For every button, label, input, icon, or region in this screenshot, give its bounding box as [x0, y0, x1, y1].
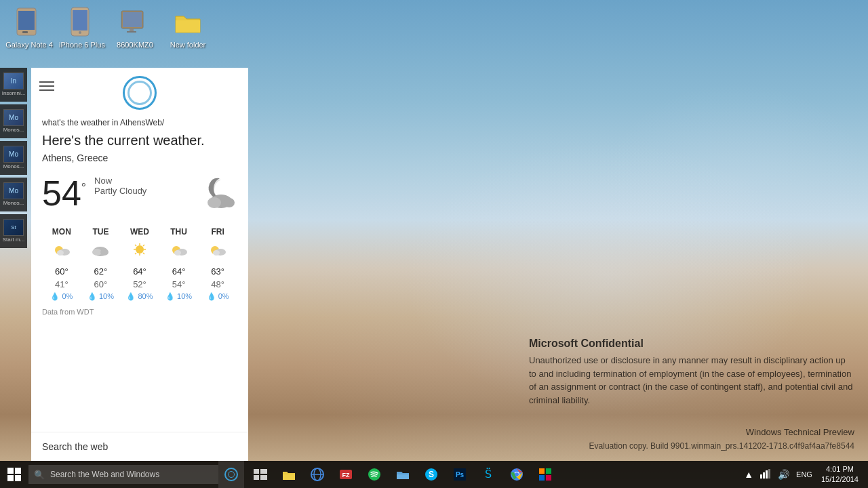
taskbar-app-photoshop[interactable]: Ps — [446, 461, 473, 488]
confidential-title: Microsoft Confidential — [529, 338, 854, 350]
svg-text:Ps: Ps — [456, 471, 465, 479]
sidebar-item-monos1[interactable]: Mo Monos... — [0, 104, 27, 138]
cortana-taskbar-button[interactable] — [218, 461, 244, 488]
win-logo-q1 — [7, 468, 14, 474]
current-temp-value: 54 — [42, 176, 81, 211]
cortana-circle-icon — [123, 76, 157, 110]
forecast-icons-row — [42, 241, 237, 265]
svg-line-27 — [135, 253, 136, 254]
forecast-day-high: 64° — [159, 265, 199, 278]
svg-rect-54 — [539, 475, 545, 481]
current-weather-icon — [194, 171, 237, 215]
taskbar-app-skydrive[interactable]: S̈ — [475, 461, 502, 488]
weather-icon — [42, 242, 81, 261]
rain-drop-icon: 💧 — [50, 292, 60, 300]
taskbar-app-file-explorer[interactable] — [275, 461, 302, 488]
svg-line-26 — [143, 245, 144, 246]
svg-rect-37 — [260, 475, 267, 480]
desktop-icon-iphone6plus[interactable]: iPhone 6 Plus — [58, 5, 106, 49]
hamburger-line-1 — [39, 81, 54, 83]
svg-rect-8 — [130, 28, 134, 31]
desktop-icon-8600kmzo[interactable]: 8600KMZ0 — [111, 5, 159, 49]
desktop-icons-area: Galaxy Note 4 iPhone 6 Plus — [0, 0, 217, 55]
current-condition-text: Partly Cloudy — [94, 186, 146, 196]
svg-rect-2 — [22, 31, 28, 33]
forecast-day-low: 48° — [198, 278, 237, 291]
search-icon: 🔍 — [28, 470, 45, 480]
forecast-day-low: 41° — [42, 278, 81, 291]
win-logo-q4 — [15, 475, 21, 481]
forecast-day-precip: 💧 10% — [81, 291, 121, 302]
forecast-day-high: 64° — [120, 265, 159, 278]
tray-up-arrow[interactable]: ▲ — [742, 468, 755, 481]
taskbar-app-skype[interactable]: S — [418, 461, 445, 488]
desktop-icon-8600kmzo-image — [119, 5, 151, 38]
taskbar-search-box[interactable]: 🔍 Search the Web and Windows — [28, 465, 218, 484]
hamburger-button[interactable] — [39, 76, 60, 96]
tray-network-icon[interactable] — [758, 468, 773, 482]
svg-rect-57 — [763, 472, 765, 479]
svg-rect-7 — [123, 12, 142, 27]
weather-result-area: Here's the current weather. Athens, Gree… — [31, 133, 248, 432]
forecast-day-name: WED — [120, 226, 159, 238]
tray-lang-label[interactable]: ENG — [794, 469, 814, 480]
taskbar-app-ie[interactable] — [304, 461, 331, 488]
sidebar-thumb-insomni: In — [3, 73, 24, 89]
sidebar-label-start: Start m... — [3, 237, 24, 243]
taskbar-app-chrome[interactable] — [503, 461, 530, 488]
weather-location: Athens, Greece — [42, 152, 237, 163]
taskbar-app-metro[interactable] — [532, 461, 559, 488]
hamburger-line-2 — [39, 85, 54, 87]
forecast-day-icon — [81, 241, 121, 265]
search-web-section: Search the web — [31, 432, 248, 461]
tray-clock[interactable]: 4:01 PM 15/12/2014 — [817, 463, 863, 487]
eval-copy-label: Evaluation copy. Build 9901.winmain_prs.… — [589, 441, 854, 451]
forecast-day-icon — [159, 241, 199, 265]
forecast-day-name: THU — [159, 226, 199, 238]
start-button[interactable] — [0, 461, 28, 488]
forecast-day-precip: 💧 0% — [198, 291, 237, 302]
svg-point-15 — [57, 250, 64, 256]
svg-rect-35 — [260, 469, 267, 474]
sidebar-item-start[interactable]: St Start m... — [0, 214, 27, 248]
sidebar-item-monos3[interactable]: Mo Monos... — [0, 178, 27, 211]
taskbar-tray: ▲ 🔊 ENG 4:01 PM 15/12/2014 — [742, 463, 868, 487]
sidebar-item-insomni[interactable]: In Insomni... — [0, 68, 27, 102]
svg-rect-58 — [766, 470, 768, 479]
svg-rect-36 — [254, 475, 259, 480]
search-web-link[interactable]: Search the web — [42, 441, 108, 452]
tray-sound-icon[interactable]: 🔊 — [776, 468, 791, 481]
forecast-day-high: 62° — [81, 265, 121, 278]
desktop: Galaxy Note 4 iPhone 6 Plus — [0, 0, 868, 488]
desktop-icon-new-folder[interactable]: New folder — [164, 5, 212, 49]
confidential-body: Unauthorized use or disclosure in any ma… — [529, 354, 854, 407]
sidebar-label-monos1: Monos... — [3, 127, 24, 134]
svg-point-12 — [224, 198, 235, 207]
taskbar-app-spotify[interactable] — [361, 461, 388, 488]
sidebar-item-monos2[interactable]: Mo Monos... — [0, 141, 27, 175]
panel-header — [31, 68, 248, 115]
weather-icon — [81, 242, 121, 261]
rain-drop-icon: 💧 — [165, 292, 175, 300]
forecast-day-precip: 💧 10% — [159, 291, 199, 302]
weather-icon — [159, 242, 199, 261]
ms-confidential-watermark: Microsoft Confidential Unauthorized use … — [529, 338, 854, 407]
taskbar-app-filezilla[interactable]: FZ — [332, 461, 359, 488]
taskbar-apps-area: FZ S Ps S̈ — [247, 461, 559, 488]
windows-preview-label: Windows Technical Preview — [746, 427, 854, 437]
current-now-label: Now — [94, 176, 146, 186]
desktop-icon-galaxy-note4[interactable]: Galaxy Note 4 — [5, 5, 53, 49]
cortana-search-panel: what's the weather in AthensWeb/ Here's … — [31, 68, 248, 461]
taskbar-app-folder[interactable] — [389, 461, 416, 488]
taskbar-app-task-view[interactable] — [247, 461, 274, 488]
forecast-days-row: MONTUEWEDTHUFRI — [42, 226, 237, 241]
svg-text:FZ: FZ — [342, 472, 350, 479]
svg-point-17 — [92, 249, 102, 256]
forecast-day-name: TUE — [81, 226, 121, 238]
svg-rect-55 — [546, 475, 551, 481]
sidebar-thumb-start: St — [3, 219, 24, 236]
data-source-label: Data from WDT — [42, 308, 237, 316]
win-logo-q2 — [15, 468, 21, 474]
forecast-day-icon — [42, 241, 81, 265]
current-temp-display: 54 ° Now Partly Cloudy — [42, 176, 146, 211]
